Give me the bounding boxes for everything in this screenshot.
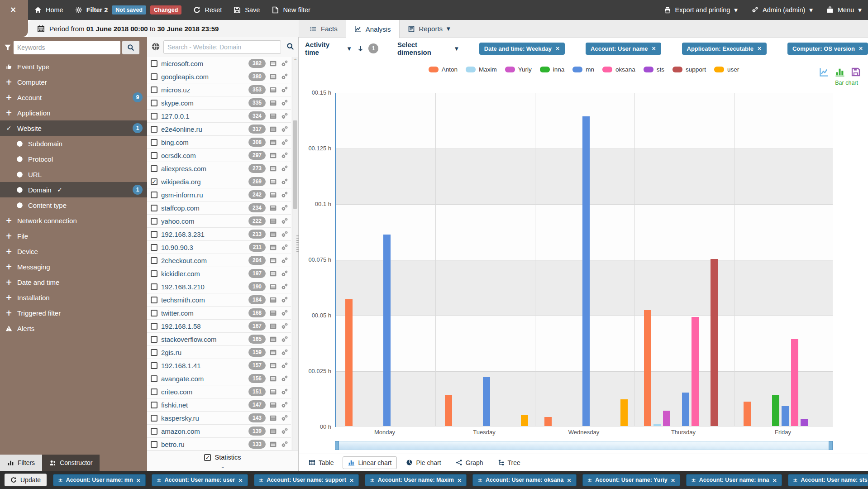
domain-checkbox[interactable] — [151, 100, 157, 106]
sidebar-item-installation[interactable]: +Installation — [0, 290, 147, 305]
legend-item-maxim[interactable]: Maxim — [466, 66, 497, 73]
statistics-checkbox[interactable] — [204, 454, 211, 461]
sidebar-item-messaging[interactable]: +Messaging — [0, 259, 147, 274]
menu-dropdown[interactable]: Menu ▼ — [826, 6, 862, 14]
account-filter-chip[interactable]: ±Account: User name: support× — [254, 474, 359, 486]
sidebar-tab-filters[interactable]: Filters — [0, 455, 42, 471]
bar-anton-tuesday[interactable] — [445, 395, 452, 426]
details-list-icon[interactable] — [269, 217, 277, 225]
domain-search-input[interactable] — [163, 40, 281, 54]
bar-sts-friday[interactable] — [801, 419, 808, 426]
bar-oksana-friday[interactable] — [791, 339, 798, 426]
remove-chip-icon[interactable]: × — [858, 45, 863, 52]
sidebar-tab-constructor[interactable]: Constructor — [42, 455, 100, 471]
bar-inna-friday[interactable] — [772, 395, 779, 426]
sidebar-item-date-and-time[interactable]: +Date and time — [0, 274, 147, 290]
details-list-icon[interactable] — [269, 309, 277, 317]
legend-item-anton[interactable]: Anton — [429, 66, 458, 73]
row-settings-icon[interactable] — [281, 99, 288, 107]
bar-maxim-thursday[interactable] — [653, 424, 661, 426]
details-list-icon[interactable] — [269, 191, 277, 199]
details-list-icon[interactable] — [269, 230, 277, 238]
legend-item-yuriy[interactable]: Yuriy — [505, 66, 532, 73]
tab-reports[interactable]: Reports▼ — [400, 20, 458, 38]
domain-checkbox[interactable] — [151, 73, 157, 80]
domain-checkbox[interactable] — [151, 152, 157, 159]
sidebar-item-alerts[interactable]: Alerts — [0, 321, 147, 336]
row-settings-icon[interactable] — [281, 414, 288, 422]
sidebar-item-domain[interactable]: Domain✓1 — [0, 182, 147, 197]
account-filter-chip[interactable]: ±Account: User name: oksana× — [472, 474, 576, 486]
bar-mn-friday[interactable] — [782, 406, 789, 426]
legend-item-support[interactable]: support — [672, 66, 706, 73]
details-list-icon[interactable] — [269, 204, 277, 212]
panel-splitter[interactable] — [296, 235, 299, 253]
row-settings-icon[interactable] — [281, 178, 288, 186]
details-list-icon[interactable] — [269, 112, 277, 120]
legend-item-oksana[interactable]: oksana — [602, 66, 635, 73]
legend-item-inna[interactable]: inna — [540, 66, 565, 73]
bar-oksana-thursday[interactable] — [692, 317, 699, 426]
details-list-icon[interactable] — [269, 73, 277, 81]
row-settings-icon[interactable] — [281, 375, 288, 383]
sidebar-item-network-connection[interactable]: +Network connection — [0, 213, 147, 228]
sidebar-item-application[interactable]: +Application — [0, 105, 147, 120]
details-list-icon[interactable] — [269, 441, 277, 448]
toggle-sign-icon[interactable]: ± — [370, 477, 374, 484]
remove-chip-icon[interactable]: × — [349, 477, 354, 484]
toggle-sign-icon[interactable]: ± — [157, 477, 161, 484]
details-list-icon[interactable] — [269, 99, 277, 107]
domain-checkbox[interactable] — [151, 205, 157, 211]
details-list-icon[interactable] — [269, 165, 277, 173]
details-list-icon[interactable] — [269, 401, 277, 409]
details-list-icon[interactable] — [269, 257, 277, 264]
remove-chip-icon[interactable]: × — [136, 477, 141, 484]
sidebar-item-computer[interactable]: +Computer — [0, 74, 147, 90]
chart-range-slider[interactable] — [335, 441, 833, 450]
remove-chip-icon[interactable]: × — [567, 477, 571, 484]
domain-checkbox[interactable] — [151, 441, 157, 448]
row-settings-icon[interactable] — [281, 349, 288, 356]
remove-chip-icon[interactable]: × — [671, 477, 675, 484]
domain-list-scrollbar[interactable] — [292, 57, 298, 450]
admin-menu[interactable]: Admin (admin) ▼ — [751, 6, 813, 14]
toggle-sign-icon[interactable]: ± — [691, 477, 696, 484]
row-settings-icon[interactable] — [281, 217, 288, 225]
details-list-icon[interactable] — [269, 283, 277, 291]
sidebar-item-subdomain[interactable]: Subdomain — [0, 136, 147, 151]
account-filter-chip[interactable]: ±Account: User name: Maxim× — [365, 474, 467, 486]
bar-mn-monday[interactable] — [383, 235, 391, 426]
domain-checkbox[interactable] — [151, 231, 157, 238]
bar-user-tuesday[interactable] — [521, 415, 528, 426]
update-button[interactable]: Update — [5, 474, 47, 486]
domain-checkbox[interactable] — [151, 178, 157, 185]
remove-chip-icon[interactable]: × — [457, 477, 462, 484]
domain-checkbox[interactable] — [151, 192, 157, 198]
row-settings-icon[interactable] — [281, 388, 288, 396]
dimension-chip[interactable]: Account: User name× — [586, 43, 661, 55]
details-list-icon[interactable] — [269, 86, 277, 94]
export-printing-menu[interactable]: Export and printing ▼ — [664, 6, 738, 14]
row-settings-icon[interactable] — [281, 441, 288, 448]
domain-checkbox[interactable] — [151, 218, 157, 225]
row-settings-icon[interactable] — [281, 257, 288, 264]
remove-chip-icon[interactable]: × — [238, 477, 243, 484]
filter-menu[interactable]: Filter 2 Not saved Changed — [75, 5, 182, 14]
bar-mn-wednesday[interactable] — [582, 116, 590, 426]
details-list-icon[interactable] — [269, 296, 277, 304]
bar-anton-wednesday[interactable] — [544, 417, 552, 426]
row-settings-icon[interactable] — [281, 283, 288, 291]
row-settings-icon[interactable] — [281, 230, 288, 238]
close-sidebar-button[interactable]: × — [10, 5, 16, 14]
row-settings-icon[interactable] — [281, 125, 288, 133]
row-settings-icon[interactable] — [281, 362, 288, 369]
details-list-icon[interactable] — [269, 125, 277, 133]
new-filter-button[interactable]: New filter — [272, 6, 310, 14]
sidebar-item-account[interactable]: +Account9 — [0, 90, 147, 105]
details-list-icon[interactable] — [269, 375, 277, 383]
account-filter-chip[interactable]: ±Account: User name: user× — [152, 474, 248, 486]
domain-checkbox[interactable] — [151, 139, 157, 146]
row-settings-icon[interactable] — [281, 73, 288, 81]
bar-support-thursday[interactable] — [711, 259, 718, 426]
view-tab-tree[interactable]: Tree — [492, 456, 526, 469]
